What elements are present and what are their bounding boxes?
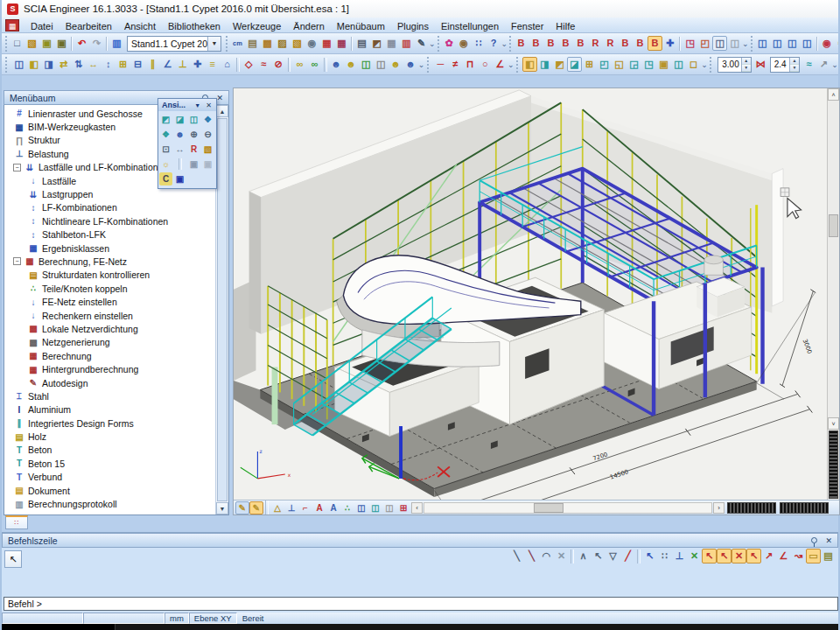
- tree-item[interactable]: ↓FE-Netz einstellen: [4, 295, 215, 308]
- menu-item-fenster[interactable]: Fenster: [505, 19, 550, 33]
- wall-half-icon[interactable]: ◩: [552, 57, 567, 72]
- viewport-vscrollbar[interactable]: ˄ ˅: [827, 88, 839, 500]
- wall-grid-icon[interactable]: ⊞: [582, 57, 597, 72]
- select-lasso-icon[interactable]: ≈: [256, 57, 271, 72]
- command-input[interactable]: [4, 597, 838, 611]
- toolbar-grip[interactable]: [438, 36, 439, 52]
- tree-item[interactable]: −▦Berechnung, FE-Netz: [4, 255, 215, 268]
- beam-end-icon[interactable]: B: [543, 36, 558, 51]
- rotate-y-control[interactable]: [780, 502, 829, 514]
- tree-item[interactable]: ↕LF-Kombinationen: [4, 201, 215, 214]
- results-icon[interactable]: ▦: [334, 36, 349, 51]
- new-document-icon[interactable]: □: [10, 36, 24, 51]
- tree-item[interactable]: ∥Integriertes Design Forms: [4, 416, 215, 430]
- toolbar-grip[interactable]: [751, 36, 752, 52]
- snap-tangent-icon[interactable]: ↝: [791, 549, 806, 564]
- node-pair-4-icon[interactable]: ☻: [403, 57, 418, 72]
- beam-icon[interactable]: B: [573, 36, 588, 51]
- layer-67-active-icon[interactable]: ◫: [712, 36, 727, 51]
- draw-pen-2-icon[interactable]: ✎: [249, 501, 263, 514]
- toolbar-grip[interactable]: [5, 36, 7, 52]
- tree-item[interactable]: IAluminium: [4, 403, 215, 416]
- toolbar-grip[interactable]: [710, 57, 713, 73]
- calculator-icon[interactable]: ▦: [384, 36, 399, 51]
- window-copy-2-icon[interactable]: ◫: [770, 36, 785, 51]
- project-combobox[interactable]: Stand1.1 Cypet 20 ▼: [127, 36, 221, 52]
- member-left-icon[interactable]: ◧: [26, 57, 41, 72]
- close-icon[interactable]: ✕: [203, 102, 214, 109]
- member-vstretch-icon[interactable]: ↕: [101, 57, 116, 72]
- materials-icon[interactable]: ▩: [260, 36, 275, 51]
- tree-item[interactable]: ▩Lokale Netzverdichtung: [4, 322, 215, 335]
- layer-67-icon[interactable]: ◫: [727, 36, 742, 51]
- light-icon[interactable]: ☼: [159, 158, 172, 171]
- member-parallel-icon[interactable]: ∥: [145, 57, 160, 72]
- snap-perp-icon[interactable]: ⊥: [672, 549, 687, 564]
- toolbar-grip[interactable]: [509, 36, 511, 52]
- open-folder-icon[interactable]: ▧: [24, 36, 39, 51]
- draw-dimension-icon[interactable]: ≠: [448, 57, 463, 72]
- member-perp-icon[interactable]: ⊥: [175, 57, 190, 72]
- render-window-icon[interactable]: ◫: [368, 501, 382, 514]
- room-solid-icon[interactable]: ▣: [656, 57, 671, 72]
- select-polygon-icon[interactable]: ◇: [242, 57, 256, 72]
- snap-intersect-icon[interactable]: ✕: [732, 549, 746, 564]
- draw-angle-icon[interactable]: ∠: [493, 57, 508, 72]
- member-remove-icon[interactable]: ⊟: [130, 57, 145, 72]
- member-add-icon[interactable]: ⊞: [116, 57, 130, 72]
- rotate-z-control[interactable]: [829, 430, 838, 499]
- toolbar-grip[interactable]: [516, 57, 520, 73]
- clipboard-c-icon[interactable]: C: [159, 172, 172, 186]
- redo-icon[interactable]: ↷: [89, 36, 104, 51]
- snap-plane-icon[interactable]: ▽: [606, 549, 620, 564]
- point-grid-icon[interactable]: ∷: [472, 36, 486, 51]
- node-link-1-icon[interactable]: ◫: [359, 57, 374, 72]
- room-br-icon[interactable]: ◲: [626, 57, 641, 72]
- pointer-tool-button[interactable]: ↖: [4, 550, 22, 568]
- tree-item[interactable]: ⇊Lastgruppen: [4, 187, 215, 200]
- scroll-down-icon[interactable]: ˅: [828, 417, 839, 430]
- menu-item--ndern[interactable]: Ändern: [287, 19, 330, 33]
- wave-icon[interactable]: ≈: [802, 57, 816, 72]
- tree-item[interactable]: ↕Stahlbeton-LFK: [4, 228, 215, 242]
- window-result-icon[interactable]: ◳: [682, 36, 697, 51]
- document-red-icon[interactable]: ▥: [399, 36, 414, 51]
- node-link-2-icon[interactable]: ◫: [374, 57, 388, 72]
- member-right-icon[interactable]: ◨: [41, 57, 56, 72]
- beam-move-icon[interactable]: B: [514, 36, 528, 51]
- status-units[interactable]: mm: [164, 612, 189, 624]
- scale-spinner[interactable]: 3.00 ▲▼: [718, 57, 752, 73]
- zoom-in-icon[interactable]: ⊕: [187, 128, 200, 141]
- snap-list-icon[interactable]: ▤: [821, 549, 836, 564]
- tree-item[interactable]: ▦Hintergrundberechnung: [4, 362, 215, 375]
- view-toolbar-header[interactable]: Ansi... ▼ ✕: [158, 99, 216, 111]
- overflow-chevron-icon[interactable]: ⌄: [742, 39, 749, 48]
- scroll-left-icon[interactable]: ‹: [411, 502, 423, 514]
- member-home-icon[interactable]: ⌂: [220, 57, 234, 72]
- snap-slope-icon[interactable]: ╱: [620, 549, 635, 564]
- show-loads-icon[interactable]: ⊥: [284, 501, 298, 514]
- view-save-icon[interactable]: ▣: [187, 158, 200, 171]
- menu-item-einstellungen[interactable]: Einstellungen: [435, 19, 505, 33]
- draw-line-icon[interactable]: ─: [433, 57, 448, 72]
- node-dot-icon[interactable]: R: [588, 36, 603, 51]
- view-y-icon[interactable]: ◪: [173, 113, 186, 126]
- member-plus-icon[interactable]: ✚: [190, 57, 205, 72]
- member-angle-icon[interactable]: ∠: [160, 57, 175, 72]
- scroll-up-icon[interactable]: ˄: [828, 88, 839, 101]
- zoom-window-icon[interactable]: ⊡: [159, 143, 172, 156]
- room-tl-icon[interactable]: ◰: [597, 57, 612, 72]
- tree-collapse-icon[interactable]: −: [13, 164, 21, 172]
- overflow-chevron-icon[interactable]: ⌄: [831, 60, 838, 69]
- status-plane[interactable]: Ebene XY: [189, 612, 237, 624]
- toolbar-grip[interactable]: [5, 57, 9, 73]
- member-swap-icon[interactable]: ⇄: [56, 57, 71, 72]
- show-labels-a-icon[interactable]: A: [312, 501, 326, 514]
- overflow-chevron-icon[interactable]: ⌄: [418, 60, 425, 69]
- tree-item[interactable]: ▤Dokument: [4, 484, 215, 497]
- zoom-all-icon[interactable]: ↔: [173, 143, 186, 156]
- menu-item-bearbeiten[interactable]: Bearbeiten: [60, 19, 118, 33]
- show-labels-b-icon[interactable]: A: [326, 501, 340, 514]
- member-copy-icon[interactable]: ◫: [11, 57, 26, 72]
- viewport-hscrollbar[interactable]: [424, 502, 712, 514]
